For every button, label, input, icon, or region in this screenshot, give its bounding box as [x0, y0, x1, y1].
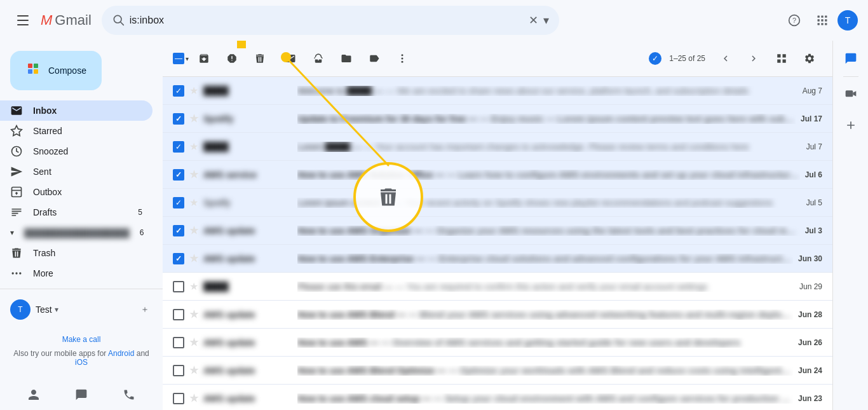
- star-button[interactable]: ★: [189, 336, 198, 348]
- email-sender: Spotify: [203, 114, 292, 124]
- star-button[interactable]: ★: [189, 224, 198, 236]
- select-indicator: ✓: [649, 52, 661, 65]
- sidebar-item-starred[interactable]: Starred: [0, 121, 153, 141]
- sidebar-categories-header[interactable]: ▾ ██████████████████ 6: [0, 222, 153, 243]
- settings-button[interactable]: [797, 46, 822, 71]
- email-row[interactable]: ★ ████ Please use this email — — You are…: [163, 273, 832, 301]
- top-bar: M Gmail ✕ ▾ ?: [0, 0, 868, 41]
- sidebar-item-starred-label: Starred: [33, 126, 142, 136]
- snooze-button[interactable]: [306, 46, 331, 71]
- row-checkbox[interactable]: [173, 337, 184, 348]
- sidebar-item-more[interactable]: More: [0, 263, 153, 284]
- move-to-button[interactable]: [334, 46, 359, 71]
- svg-rect-14: [34, 64, 38, 68]
- search-clear-icon[interactable]: ✕: [529, 13, 538, 27]
- email-row[interactable]: ★ AWS update How to use AWS Enterprise —…: [163, 245, 832, 273]
- star-button[interactable]: ★: [189, 140, 198, 153]
- sidebar-phone-button[interactable]: [116, 382, 142, 407]
- row-checkbox[interactable]: [173, 365, 184, 376]
- star-button[interactable]: ★: [189, 364, 198, 376]
- star-button[interactable]: ★: [189, 196, 198, 208]
- svg-rect-13: [28, 64, 32, 68]
- prev-page-button[interactable]: [713, 46, 738, 71]
- star-button[interactable]: ★: [189, 113, 198, 125]
- search-input[interactable]: [130, 15, 524, 26]
- labels-button[interactable]: [362, 46, 387, 71]
- email-date: Jun 26: [798, 338, 822, 347]
- row-checkbox[interactable]: [173, 393, 184, 404]
- sidebar-contacts-button[interactable]: [21, 382, 46, 407]
- row-checkbox[interactable]: [173, 85, 184, 97]
- svg-point-23: [402, 54, 403, 56]
- sidebar-item-drafts[interactable]: Drafts 5: [0, 202, 153, 222]
- svg-rect-30: [845, 90, 853, 97]
- row-checkbox[interactable]: [173, 141, 184, 153]
- search-icon: [112, 13, 125, 28]
- sidebar-item-inbox[interactable]: Inbox: [0, 100, 153, 121]
- email-content: How to use AWS Organizer — — Organize yo…: [297, 226, 800, 236]
- row-checkbox[interactable]: [173, 309, 184, 320]
- email-subject: How to use AWS —: [297, 338, 379, 348]
- sidebar-item-outbox[interactable]: Outbox: [0, 182, 153, 202]
- email-row[interactable]: ★ AWS update How to use AWS Blend — — Bl…: [163, 301, 832, 329]
- star-button[interactable]: ★: [189, 85, 198, 97]
- select-all-checkbox[interactable]: — ▾: [173, 53, 189, 64]
- user-section: T Test ▾ ＋: [0, 294, 163, 325]
- sidebar-item-trash[interactable]: Trash: [0, 243, 153, 263]
- email-row[interactable]: ★ AWS service How to use AWS Solution Of…: [163, 161, 832, 189]
- user-avatar: T: [10, 299, 31, 320]
- email-row[interactable]: ★ ████ Welcome to ████ — — We are excite…: [163, 77, 832, 105]
- star-button[interactable]: ★: [189, 392, 198, 404]
- next-page-button[interactable]: [741, 46, 766, 71]
- star-button[interactable]: ★: [189, 168, 198, 181]
- more-options-button[interactable]: [390, 46, 415, 71]
- row-checkbox[interactable]: [173, 281, 184, 292]
- account-avatar[interactable]: T: [837, 10, 858, 31]
- email-row[interactable]: ★ AWS update How to use AWS cloud setup …: [163, 385, 832, 410]
- compose-button[interactable]: Compose: [10, 51, 102, 90]
- email-row[interactable]: ★ ████ Lorem ████ — — Your account has i…: [163, 133, 832, 161]
- help-button[interactable]: ?: [782, 8, 807, 33]
- email-row[interactable]: ★ Spotify Lorem ipsum content — — Your r…: [163, 189, 832, 217]
- email-row[interactable]: ★ Spotify Update to Freemium for 30 days…: [163, 105, 832, 133]
- row-checkbox[interactable]: [173, 169, 184, 181]
- email-date: Aug 7: [803, 86, 822, 95]
- email-row[interactable]: ★ AWS update How to use AWS — — Overview…: [163, 329, 832, 357]
- make-call-link[interactable]: Make a call: [10, 335, 153, 344]
- right-panel-meet-button[interactable]: [838, 82, 864, 107]
- archive-button[interactable]: [191, 46, 217, 71]
- row-checkbox[interactable]: [173, 113, 184, 125]
- hamburger-menu[interactable]: [10, 8, 36, 33]
- email-row[interactable]: ★ AWS update How to use AWS Organizer — …: [163, 217, 832, 245]
- row-checkbox[interactable]: [173, 253, 184, 264]
- search-options-icon[interactable]: ▾: [543, 13, 549, 27]
- right-panel-chat-button[interactable]: [838, 46, 864, 71]
- star-button[interactable]: ★: [189, 308, 198, 320]
- view-toggle-button[interactable]: [769, 46, 794, 71]
- delete-button[interactable]: [247, 46, 273, 71]
- compose-plus-icon: [25, 61, 41, 80]
- user-name[interactable]: Test ▾: [36, 304, 58, 315]
- svg-point-25: [402, 61, 403, 63]
- email-toolbar: — ▾: [163, 41, 832, 77]
- email-row[interactable]: ★ AWS update How to use AWS Blend Optimi…: [163, 357, 832, 385]
- email-snippet: — Enjoy music — Lorem ipsum content prev…: [480, 114, 796, 124]
- mark-read-button[interactable]: [278, 46, 303, 71]
- row-checkbox[interactable]: [173, 225, 184, 236]
- ios-link[interactable]: iOS: [75, 358, 88, 367]
- svg-text:?: ?: [792, 17, 796, 24]
- row-checkbox[interactable]: [173, 197, 184, 208]
- right-panel-add-button[interactable]: [838, 113, 864, 138]
- select-chevron-icon[interactable]: ▾: [186, 55, 189, 62]
- select-checkbox[interactable]: —: [173, 53, 184, 64]
- sidebar-item-sent[interactable]: Sent: [0, 161, 153, 182]
- sidebar-item-snoozed[interactable]: Snoozed: [0, 141, 153, 161]
- star-button[interactable]: ★: [189, 280, 198, 292]
- android-link[interactable]: Android: [108, 349, 134, 358]
- apps-button[interactable]: [810, 8, 835, 33]
- report-spam-button[interactable]: [219, 46, 245, 71]
- add-account-button[interactable]: ＋: [137, 302, 153, 317]
- email-sender: AWS update: [203, 338, 292, 348]
- star-button[interactable]: ★: [189, 252, 198, 264]
- sidebar-chat-button[interactable]: [69, 382, 94, 407]
